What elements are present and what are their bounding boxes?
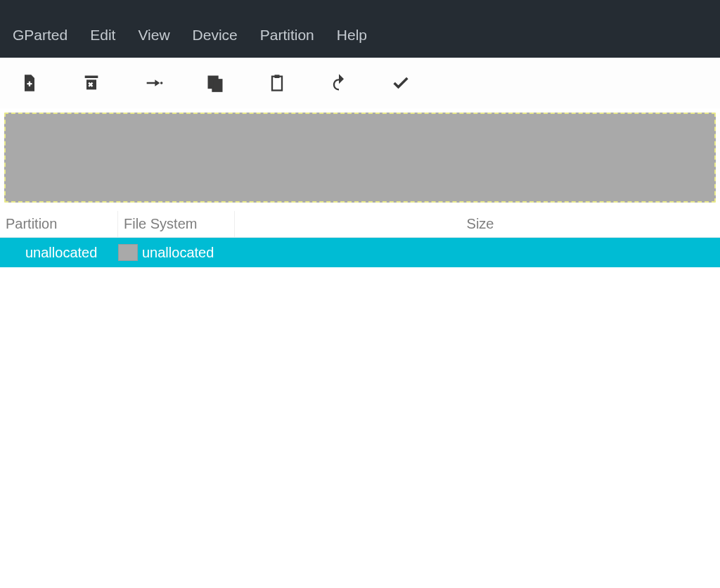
svg-rect-4: [213, 79, 222, 91]
svg-rect-6: [275, 75, 280, 78]
new-file-icon: [20, 73, 39, 93]
cell-filesystem-label: unallocated: [142, 245, 214, 261]
filesystem-color-swatch: [118, 244, 138, 261]
undo-icon: [329, 73, 349, 93]
column-header-filesystem[interactable]: File System: [118, 211, 235, 237]
column-header-size[interactable]: Size: [235, 211, 720, 237]
paste-button[interactable]: [260, 65, 322, 101]
trash-icon: [82, 73, 101, 93]
svg-point-2: [160, 82, 163, 84]
cell-partition: unallocated: [0, 238, 118, 267]
toolbar: [0, 58, 720, 108]
new-partition-button[interactable]: [13, 65, 75, 101]
table-row[interactable]: unallocated unallocated: [0, 238, 720, 267]
menu-partition[interactable]: Partition: [256, 23, 319, 48]
delete-partition-button[interactable]: [75, 65, 136, 101]
menubar: GParted Edit View Device Partition Help: [0, 0, 720, 58]
undo-button[interactable]: [322, 65, 384, 101]
cell-filesystem: unallocated: [118, 238, 235, 267]
cell-size: [235, 238, 720, 267]
copy-icon: [205, 73, 225, 93]
clipboard-icon: [267, 73, 287, 93]
apply-button[interactable]: [384, 65, 446, 101]
svg-rect-0: [85, 76, 98, 79]
check-icon: [391, 73, 411, 93]
svg-rect-5: [272, 77, 282, 91]
menu-gparted[interactable]: GParted: [8, 23, 72, 48]
table-header: Partition File System Size: [0, 211, 720, 238]
column-header-partition[interactable]: Partition: [0, 211, 118, 237]
menu-device[interactable]: Device: [188, 23, 242, 48]
menu-edit[interactable]: Edit: [86, 23, 120, 48]
partition-table: Partition File System Size unallocated u…: [0, 211, 720, 267]
partition-visualization[interactable]: [4, 113, 716, 203]
table-body: unallocated unallocated: [0, 238, 720, 267]
copy-button[interactable]: [198, 65, 260, 101]
menu-view[interactable]: View: [134, 23, 174, 48]
resize-arrow-icon: [143, 73, 163, 93]
resize-move-button[interactable]: [136, 65, 198, 101]
menu-help[interactable]: Help: [333, 23, 371, 48]
